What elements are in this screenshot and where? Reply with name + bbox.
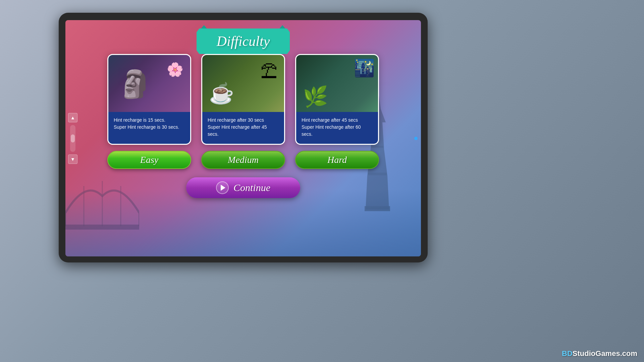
medium-card: Hint recharge after 30 secs Super Hint r… — [201, 54, 285, 169]
watermark-brand: BD — [562, 349, 573, 358]
medium-card-info: Hint recharge after 30 secs Super Hint r… — [202, 112, 284, 144]
main-content: Difficulty Hint recharge is 15 secs. Sup… — [65, 20, 421, 256]
device-frame: ▲ ▼ Difficulty — [0, 0, 644, 362]
scroll-down-button[interactable]: ▼ — [68, 155, 77, 164]
play-icon — [216, 181, 229, 194]
hard-card-image — [296, 55, 378, 112]
easy-hint-line2: Super Hint recharge is 30 secs. — [114, 124, 179, 130]
continue-label: Continue — [233, 182, 270, 193]
medium-hint-line1: Hint recharge after 30 secs — [208, 117, 264, 123]
easy-card-info: Hint recharge is 15 secs. Super Hint rec… — [108, 112, 190, 144]
hard-card-text: Hint recharge after 45 secs Super Hint r… — [302, 117, 373, 138]
easy-card-text: Hint recharge is 15 secs. Super Hint rec… — [114, 117, 185, 131]
easy-card-panel: Hint recharge is 15 secs. Super Hint rec… — [107, 54, 191, 145]
game-screen: ▲ ▼ Difficulty — [65, 20, 421, 256]
hard-card-panel: Hint recharge after 45 secs Super Hint r… — [295, 54, 379, 145]
easy-hint-line1: Hint recharge is 15 secs. — [114, 117, 165, 123]
hard-button[interactable]: Hard — [295, 151, 379, 169]
scroll-track — [70, 125, 75, 152]
continue-button[interactable]: Continue — [186, 177, 300, 198]
difficulty-banner: Difficulty — [197, 28, 290, 54]
difficulty-cards-row: Hint recharge is 15 secs. Super Hint rec… — [107, 54, 379, 169]
hard-hint-line1: Hint recharge after 45 secs — [302, 117, 358, 123]
hard-card-info: Hint recharge after 45 secs Super Hint r… — [296, 112, 378, 144]
watermark: BDStudioGames.com — [562, 349, 637, 358]
medium-button[interactable]: Medium — [201, 151, 285, 169]
watermark-rest: StudioGames.com — [573, 349, 637, 358]
scroll-controls: ▲ ▼ — [68, 113, 77, 164]
scroll-up-button[interactable]: ▲ — [68, 113, 77, 122]
medium-card-text: Hint recharge after 30 secs Super Hint r… — [208, 117, 279, 138]
medium-card-image — [202, 55, 284, 112]
banner-background: Difficulty — [197, 28, 290, 54]
easy-card: Hint recharge is 15 secs. Super Hint rec… — [107, 54, 191, 169]
difficulty-title: Difficulty — [217, 34, 270, 49]
hard-card: Hint recharge after 45 secs Super Hint r… — [295, 54, 379, 169]
easy-card-image — [108, 55, 190, 112]
scroll-thumb — [71, 134, 75, 142]
indicator-dot — [414, 137, 418, 140]
easy-button[interactable]: Easy — [107, 151, 191, 169]
hard-hint-line2: Super Hint recharge after 60 secs. — [302, 124, 361, 137]
medium-card-panel: Hint recharge after 30 secs Super Hint r… — [201, 54, 285, 145]
medium-hint-line2: Super Hint recharge after 45 secs. — [208, 124, 267, 137]
